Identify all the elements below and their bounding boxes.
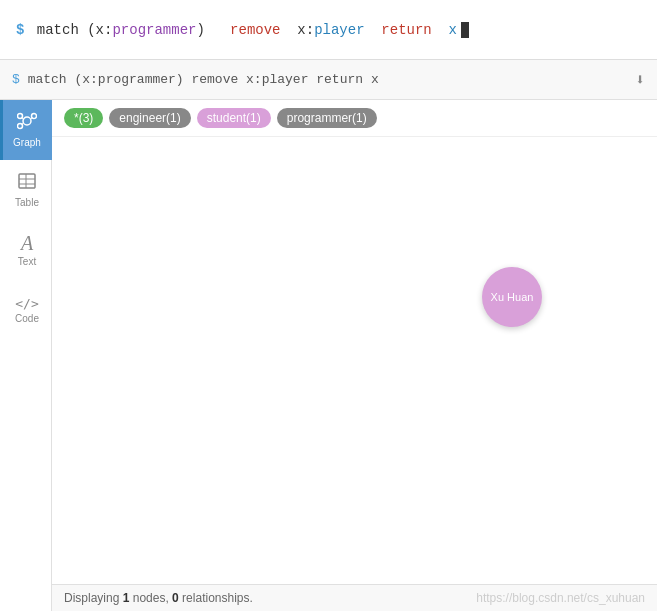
query-bar: $ match (x:programmer) remove x:player r… <box>0 60 657 100</box>
sidebar-table-label: Table <box>15 197 39 208</box>
tag-all[interactable]: *(3) <box>64 108 103 128</box>
editor-query: match (x:programmer) remove x:player ret… <box>28 22 457 38</box>
sidebar-item-code[interactable]: </> Code <box>0 280 52 340</box>
svg-line-5 <box>31 118 32 120</box>
dollar-sign: $ <box>16 22 24 38</box>
status-suffix: relationships. <box>179 591 253 605</box>
text-icon: A <box>21 233 33 253</box>
graph-icon <box>17 112 37 134</box>
svg-point-3 <box>18 124 23 129</box>
main-area: Graph Table A Text </> Code *(3) <box>0 100 657 611</box>
query-bar-text: $ match (x:programmer) remove x:player r… <box>12 72 379 87</box>
code-icon: </> <box>15 297 38 310</box>
tag-engineer[interactable]: engineer(1) <box>109 108 190 128</box>
svg-line-4 <box>22 118 23 120</box>
download-icon[interactable]: ⬇ <box>635 70 645 90</box>
status-text: Displaying 1 nodes, 0 relationships. <box>64 591 253 605</box>
graph-node-xuhuan[interactable]: Xu Huan <box>482 267 542 327</box>
status-middle: nodes, <box>129 591 172 605</box>
tags-bar: *(3) engineer(1) student(1) programmer(1… <box>52 100 657 137</box>
tag-student[interactable]: student(1) <box>197 108 271 128</box>
svg-rect-7 <box>19 174 35 188</box>
sidebar: Graph Table A Text </> Code <box>0 100 52 611</box>
right-panel: *(3) engineer(1) student(1) programmer(1… <box>52 100 657 611</box>
status-relationships: 0 <box>172 591 179 605</box>
editor-content: $ match (x:programmer) remove x:player r… <box>16 22 469 38</box>
sidebar-text-label: Text <box>18 256 36 267</box>
editor-area[interactable]: $ match (x:programmer) remove x:player r… <box>0 0 657 60</box>
tag-programmer[interactable]: programmer(1) <box>277 108 377 128</box>
graph-canvas[interactable]: Xu Huan <box>52 137 657 584</box>
sidebar-item-text[interactable]: A Text <box>0 220 52 280</box>
sidebar-item-table[interactable]: Table <box>0 160 52 220</box>
sidebar-graph-label: Graph <box>13 137 41 148</box>
querybar-dollar: $ <box>12 72 20 87</box>
status-prefix: Displaying <box>64 591 123 605</box>
text-cursor <box>461 22 469 38</box>
sidebar-item-graph[interactable]: Graph <box>0 100 52 160</box>
status-bar: Displaying 1 nodes, 0 relationships. htt… <box>52 584 657 611</box>
svg-point-0 <box>23 117 31 125</box>
sidebar-code-label: Code <box>15 313 39 324</box>
watermark: https://blog.csdn.net/cs_xuhuan <box>476 591 645 605</box>
querybar-content: match (x:programmer) remove x:player ret… <box>28 72 379 87</box>
table-icon <box>17 172 37 194</box>
node-label: Xu Huan <box>491 291 534 303</box>
